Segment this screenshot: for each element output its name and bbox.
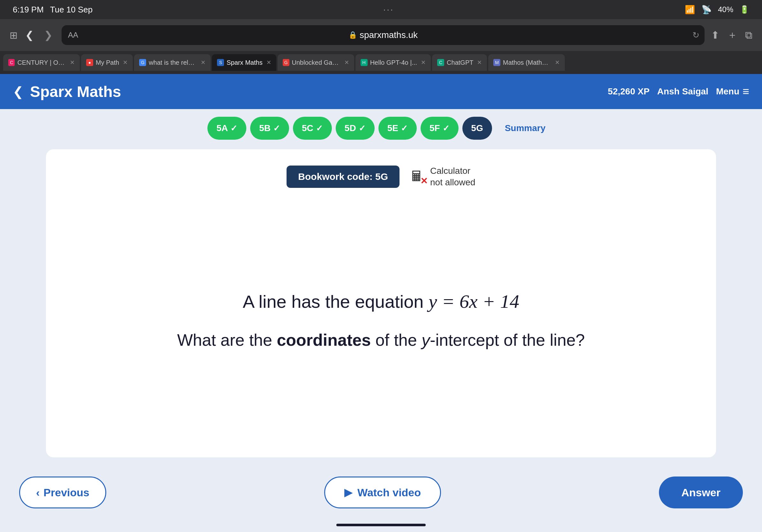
tab-5e[interactable]: 5E ✓ <box>378 117 417 140</box>
tab-5d[interactable]: 5D ✓ <box>336 117 375 140</box>
tab-title-chatgpt: ChatGPT <box>447 59 473 66</box>
video-play-icon: ▶ <box>344 486 352 499</box>
calc-x-icon: ✕ <box>420 176 427 186</box>
tab-5f-label: 5F <box>429 123 440 133</box>
tab-favicon-gpt4o: H <box>360 59 368 66</box>
question-italic: y <box>421 331 430 349</box>
tab-5f-check: ✓ <box>443 123 450 133</box>
tab-title-google: what is the rela... <box>149 59 197 66</box>
tab-close-gpt4o[interactable]: ✕ <box>421 59 426 66</box>
tab-gpt4o[interactable]: H Hello GPT-4o |... ✕ <box>355 54 431 71</box>
calculator-status: not allowed <box>430 177 476 188</box>
tab-google[interactable]: G what is the rela... ✕ <box>134 54 211 71</box>
forward-button[interactable]: ❯ <box>41 28 55 42</box>
card-header: Bookwork code: 5G 🖩 ✕ Calculator not all… <box>71 165 691 188</box>
status-bar: 6:19 PM Tue 10 Sep ··· 📶 📡 40% 🔋 <box>0 0 762 19</box>
tab-close-sparx[interactable]: ✕ <box>267 59 271 66</box>
reload-button[interactable]: ↻ <box>692 30 700 40</box>
watch-video-label: Watch video <box>357 486 421 499</box>
tab-5a-check: ✓ <box>230 123 237 133</box>
sidebar-toggle-icon[interactable]: ⊞ <box>10 30 18 41</box>
address-bar[interactable]: AA 🔒 sparxmaths.uk ↻ <box>62 25 705 45</box>
tab-5e-check: ✓ <box>401 123 408 133</box>
tab-5g-label: 5G <box>471 123 483 133</box>
status-dots: ··· <box>383 5 394 15</box>
question-bold: coordinates <box>277 331 371 349</box>
calculator-icon: 🖩 ✕ <box>410 168 426 185</box>
status-time: 6:19 PM <box>13 5 44 15</box>
tab-close-chatgpt[interactable]: ✕ <box>477 59 482 66</box>
tabs-bar: C CENTURY | Onli... ✕ ● My Path ✕ G what… <box>0 51 762 74</box>
tab-century[interactable]: C CENTURY | Onli... ✕ <box>3 54 80 71</box>
app-title: Sparx Maths <box>30 83 121 100</box>
ssl-lock-icon: 🔒 <box>348 31 357 39</box>
tab-summary-label: Summary <box>505 123 546 133</box>
bookwork-code: Bookwork code: 5G <box>286 166 400 188</box>
tab-summary[interactable]: Summary <box>496 117 555 140</box>
question-area: A line has the equation y = 6x + 14 What… <box>177 201 585 441</box>
tab-title-mathos: Mathos (MathG... <box>503 59 551 66</box>
tab-5g[interactable]: 5G <box>462 117 492 140</box>
tab-5b[interactable]: 5B ✓ <box>250 117 289 140</box>
tab-5d-check: ✓ <box>359 123 366 133</box>
share-icon[interactable]: ⬆ <box>711 29 720 41</box>
tab-chatgpt[interactable]: C ChatGPT ✕ <box>432 54 487 71</box>
calculator-label: Calculator <box>430 165 476 177</box>
status-date: Tue 10 Sep <box>50 5 93 15</box>
tab-title-mypath: My Path <box>96 59 119 66</box>
tab-mypath[interactable]: ● My Path ✕ <box>81 54 133 71</box>
app-header: ❮ Sparx Maths 52,260 XP Ansh Saigal Menu… <box>0 74 762 109</box>
tab-5c-check: ✓ <box>316 123 323 133</box>
tab-5c-label: 5C <box>302 123 313 133</box>
tab-favicon-chatgpt: C <box>437 59 444 66</box>
tab-5e-label: 5E <box>387 123 398 133</box>
question-suffix: of the <box>371 331 421 349</box>
back-to-home-button[interactable]: ❮ <box>13 84 24 99</box>
question-text: What are the coordinates of the y-interc… <box>177 328 585 352</box>
previous-button[interactable]: ‹ Previous <box>19 477 106 508</box>
tab-mathos[interactable]: M Mathos (MathG... ✕ <box>488 54 565 71</box>
tab-close-google[interactable]: ✕ <box>201 59 205 66</box>
wifi-icon: 📶 <box>685 5 695 15</box>
tab-favicon-mathos: M <box>493 59 500 66</box>
equation-prefix: A line has the equation <box>243 292 428 312</box>
tab-5d-label: 5D <box>344 123 356 133</box>
tab-title-gpt4o: Hello GPT-4o |... <box>370 59 417 66</box>
battery-icon: 🔋 <box>740 5 749 14</box>
menu-button[interactable]: Menu ≡ <box>716 85 749 98</box>
section-tabs: 5A ✓ 5B ✓ 5C ✓ 5D ✓ 5E ✓ 5F ✓ 5G Summary <box>0 109 762 140</box>
tab-close-mathos[interactable]: ✕ <box>555 59 560 66</box>
tab-close-mypath[interactable]: ✕ <box>123 59 128 66</box>
tab-favicon-century: C <box>8 59 15 66</box>
url-text: sparxmaths.uk <box>360 30 418 40</box>
main-content: Bookwork code: 5G 🖩 ✕ Calculator not all… <box>0 140 762 467</box>
tab-favicon-sparx: S <box>217 59 224 66</box>
tab-5c[interactable]: 5C ✓ <box>293 117 332 140</box>
xp-display: 52,260 XP <box>608 87 650 97</box>
tab-title-sparx: Sparx Maths <box>227 59 262 66</box>
tab-5b-check: ✓ <box>273 123 280 133</box>
tab-title-century: CENTURY | Onli... <box>17 59 66 66</box>
tab-sparxmaths[interactable]: S Sparx Maths ✕ <box>212 54 276 71</box>
back-button[interactable]: ❮ <box>23 28 37 42</box>
text-size-control[interactable]: AA <box>68 31 78 39</box>
user-name: Ansh Saigal <box>657 87 708 97</box>
tab-close-century[interactable]: ✕ <box>70 59 75 66</box>
tab-close-unblocked[interactable]: ✕ <box>344 59 349 66</box>
tab-unblocked[interactable]: G Unblocked Gam... ✕ <box>277 54 354 71</box>
watch-video-button[interactable]: ▶ Watch video <box>324 477 441 508</box>
home-indicator <box>0 518 762 532</box>
new-tab-icon[interactable]: ＋ <box>727 28 737 42</box>
tab-title-unblocked: Unblocked Gam... <box>292 59 341 66</box>
hamburger-icon: ≡ <box>742 85 749 98</box>
tab-5a[interactable]: 5A ✓ <box>207 117 246 140</box>
home-bar <box>336 524 426 526</box>
question-end: -intercept of the line? <box>430 331 585 349</box>
browser-bar: ⊞ ❮ ❯ AA 🔒 sparxmaths.uk ↻ ⬆ ＋ ⧉ <box>0 19 762 51</box>
tab-5f[interactable]: 5F ✓ <box>420 117 459 140</box>
battery-label: 40% <box>718 5 733 14</box>
answer-button[interactable]: Answer <box>659 477 743 508</box>
tab-5b-label: 5B <box>259 123 270 133</box>
tab-favicon-mypath: ● <box>86 59 93 66</box>
tabs-overview-icon[interactable]: ⧉ <box>745 29 752 41</box>
